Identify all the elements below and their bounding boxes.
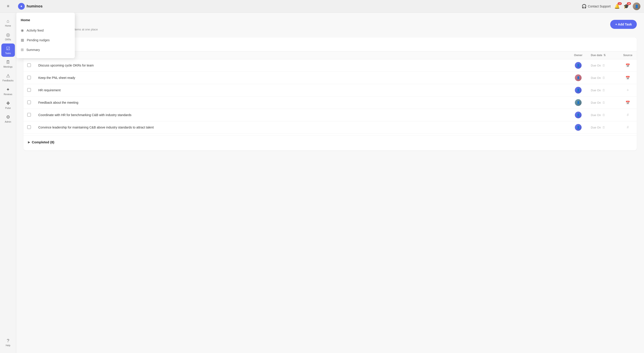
completed-chevron-icon: ▶ — [28, 141, 30, 144]
task-checkbox-cell — [24, 121, 35, 134]
meetings-icon: 🗓 — [6, 60, 10, 65]
sidebar-label-help: Help — [6, 344, 10, 347]
sidebar-label-home: Home — [5, 25, 11, 27]
col-owner: Owner — [569, 51, 587, 59]
calendar-source-icon: 📅 — [626, 101, 630, 105]
sidebar-bottom: ? Help — [1, 336, 15, 349]
feedbacks-icon: ⚠ — [6, 73, 10, 79]
due-calendar-icon: 🗓 — [602, 113, 605, 117]
task-checkbox-cell — [24, 97, 35, 109]
due-calendar-icon: 🗓 — [602, 101, 605, 104]
subnav-item-summary[interactable]: ⊞ Summary — [16, 45, 75, 55]
due-calendar-icon: 🗓 — [602, 64, 605, 67]
subnav-title: Home — [16, 16, 75, 26]
sidebar-item-tasks[interactable]: ☑ Tasks — [1, 44, 15, 57]
notification-badge-2: 28 — [627, 2, 631, 5]
help-icon: ? — [7, 338, 9, 343]
table-row: Coordinate with HR for benchmarking C&B … — [24, 109, 637, 121]
task-source-cell: # — [619, 109, 637, 121]
table-row: Convince leadership for maintaining C&B … — [24, 121, 637, 134]
app-name: huminos — [26, 4, 42, 9]
sidebar-item-pulse[interactable]: ❖ Pulse — [1, 98, 15, 112]
task-name-cell: Coordinate with HR for benchmarking C&B … — [35, 109, 569, 121]
completed-section-header[interactable]: ▶ Completed (8) — [24, 136, 637, 146]
topbar-left: ≡ — [0, 4, 16, 9]
tasks-icon: ☑ — [6, 46, 10, 51]
graduation-cap-button[interactable]: 🎓 28 — [624, 4, 629, 9]
task-due-cell: Due On 🗓 — [587, 84, 619, 97]
subnav-label-pending-nudges: Pending nudges — [27, 38, 50, 42]
task-owner-cell: 👤 — [569, 59, 587, 72]
pulse-icon: ❖ — [6, 101, 10, 106]
activity-feed-icon: ◉ — [21, 28, 24, 33]
logo-icon: ✦ — [18, 3, 25, 10]
calendar-source-icon: 📅 — [626, 76, 630, 80]
contact-support-button[interactable]: 🎧 Contact Support — [582, 4, 611, 9]
subnav-item-pending-nudges[interactable]: ▦ Pending nudges — [16, 35, 75, 45]
tasks-table: Name Owner Due date ⇅ Source Discuss upc… — [24, 51, 637, 134]
reviews-icon: ✦ — [6, 87, 10, 92]
task-checkbox-3[interactable] — [27, 88, 31, 92]
task-owner-cell: 👤 — [569, 109, 587, 121]
sidebar-item-home[interactable]: ⌂ Home — [1, 16, 15, 29]
plus-source-icon: + — [627, 88, 629, 92]
task-checkbox-6[interactable] — [27, 125, 31, 129]
sidebar-item-okrs[interactable]: ◎ OKRs — [1, 30, 15, 43]
task-checkbox-1[interactable] — [27, 63, 31, 67]
calendar-source-icon: 📅 — [626, 64, 630, 67]
sidebar-label-admin: Admin — [5, 121, 11, 123]
sidebar-item-meetings[interactable]: 🗓 Meetings — [1, 57, 15, 70]
hash-source-icon: # — [627, 125, 629, 129]
task-checkbox-cell — [24, 109, 35, 121]
sidebar: ⌂ Home ◎ OKRs ☑ Tasks 🗓 Meetings ⚠ Feedb… — [0, 0, 16, 353]
owner-avatar: 👤 — [575, 87, 582, 94]
sidebar-label-okrs: OKRs — [5, 38, 11, 41]
task-owner-cell: 👤 — [569, 121, 587, 134]
sidebar-item-feedbacks[interactable]: ⚠ Feedbacks — [1, 71, 15, 84]
table-row: Keep the PNL sheet ready 👤 Due On 🗓 📅 — [24, 72, 637, 84]
add-task-button[interactable]: + Add Task — [610, 20, 637, 29]
notification-badge-1: 13 — [618, 2, 622, 5]
task-checkbox-2[interactable] — [27, 76, 31, 79]
subnav-item-activity-feed[interactable]: ◉ Activity feed — [16, 26, 75, 35]
sidebar-item-help[interactable]: ? Help — [1, 336, 15, 349]
subnav-label-activity-feed: Activity feed — [26, 29, 44, 32]
due-calendar-icon: 🗓 — [602, 76, 605, 80]
table-row: Discuss upcoming cycle OKRs for team 👤 D… — [24, 59, 637, 72]
task-source-cell: 📅 — [619, 59, 637, 72]
admin-icon: ⚙ — [6, 114, 10, 120]
task-name-cell: Feedback about the meeting — [35, 97, 569, 109]
task-source-cell: # — [619, 121, 637, 134]
col-name: Name — [35, 51, 569, 59]
task-due-cell: Due On 🗓 — [587, 72, 619, 84]
open-section-header[interactable]: ▼ Open (6) — [24, 42, 637, 51]
okrs-icon: ◎ — [6, 32, 10, 38]
task-due-cell: Due On 🗓 — [587, 109, 619, 121]
col-source: Source — [619, 51, 637, 59]
due-text: Due On — [591, 76, 601, 80]
task-due-cell: Due On 🗓 — [587, 59, 619, 72]
task-checkbox-4[interactable] — [27, 101, 31, 104]
topbar-right: 🎧 Contact Support 🔔 13 🎓 28 👤 — [582, 3, 640, 10]
pending-nudges-icon: ▦ — [21, 38, 24, 42]
due-calendar-icon: 🗓 — [602, 126, 605, 129]
sidebar-item-reviews[interactable]: ✦ Reviews — [1, 85, 15, 98]
notification-bell-button[interactable]: 🔔 13 — [614, 4, 620, 9]
sidebar-label-reviews: Reviews — [4, 93, 12, 96]
task-due-cell: Due On 🗓 — [587, 121, 619, 134]
hamburger-icon[interactable]: ≡ — [7, 4, 10, 9]
task-name-cell: Discuss upcoming cycle OKRs for team — [35, 59, 569, 72]
task-checkbox-5[interactable] — [27, 113, 31, 117]
task-checkbox-cell — [24, 84, 35, 97]
task-due-cell: Due On 🗓 — [587, 97, 619, 109]
task-source-cell: 📅 — [619, 97, 637, 109]
sort-icon: ⇅ — [604, 54, 606, 57]
task-owner-cell: 👤 — [569, 84, 587, 97]
sidebar-label-tasks: Tasks — [5, 52, 11, 55]
user-avatar[interactable]: 👤 — [633, 3, 640, 10]
topbar: ≡ ✦ huminos 🎧 Contact Support 🔔 13 🎓 28 … — [0, 0, 644, 13]
task-name-cell: Convince leadership for maintaining C&B … — [35, 121, 569, 134]
subnav-label-summary: Summary — [26, 48, 40, 52]
due-text: Due On — [591, 89, 601, 92]
sidebar-item-admin[interactable]: ⚙ Admin — [1, 112, 15, 125]
